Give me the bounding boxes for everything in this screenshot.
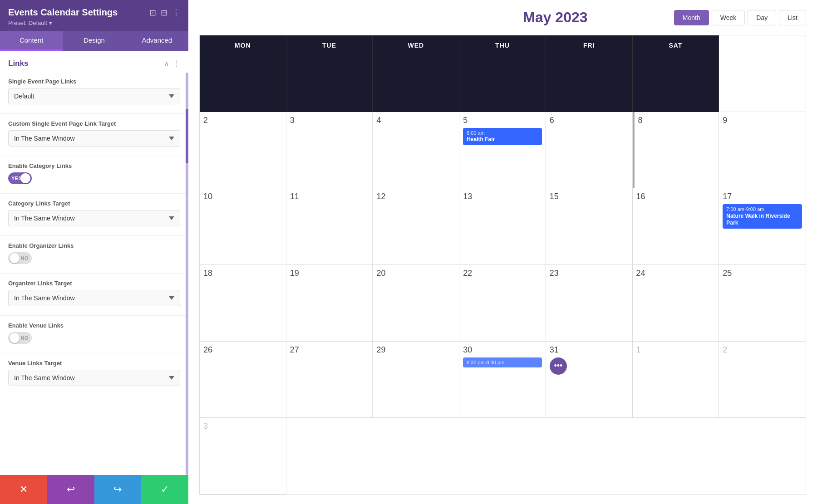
day-number: 2 — [203, 116, 282, 125]
table-row[interactable]: 1 — [633, 342, 719, 418]
table-row[interactable]: 16 — [633, 188, 719, 265]
section-more-icon[interactable]: ⋮ — [173, 59, 180, 68]
table-row[interactable]: 22 — [459, 265, 546, 342]
toggle-off-label-venue: NO — [21, 335, 29, 341]
week-view-button[interactable]: Week — [712, 10, 745, 25]
category-links-target-field: Category Links Target In The Same Window… — [0, 196, 188, 234]
organizer-links-target-select[interactable]: In The Same Window In A New Window — [8, 290, 180, 306]
table-row[interactable]: 2 — [200, 112, 286, 189]
day-number: 15 — [550, 192, 629, 201]
redo-button[interactable]: ↪ — [94, 475, 142, 504]
table-row[interactable]: 12 — [373, 188, 459, 265]
calendar-panel: May 2023 Month Week Day List MON TUE WED… — [188, 0, 817, 504]
table-row[interactable]: 18 — [200, 265, 286, 342]
custom-link-target-field: Custom Single Event Page Link Target In … — [0, 116, 188, 154]
event-time: 7:00 am-9:00 am — [726, 206, 798, 212]
organizer-links-target-field: Organizer Links Target In The Same Windo… — [0, 275, 188, 313]
single-event-links-select[interactable]: Default Custom — [8, 88, 180, 104]
table-row[interactable]: 5 8:00 am Health Fair — [459, 112, 546, 189]
day-number: 20 — [376, 269, 455, 278]
table-row[interactable]: 25 — [719, 265, 806, 342]
single-event-links-field: Single Event Page Links Default Custom — [0, 73, 188, 112]
list-item[interactable]: 6:30 pm-8:30 pm — [463, 357, 542, 367]
table-row[interactable]: 6 — [546, 112, 633, 189]
table-row[interactable]: 31 ••• — [546, 342, 633, 418]
links-section-header: Links ∧ ⋮ — [0, 51, 188, 73]
event-name: Nature Walk in Riverside Park — [726, 213, 798, 227]
month-view-button[interactable]: Month — [674, 10, 709, 25]
panel-header-icons: ⊡ ⊟ ⋮ — [149, 8, 180, 18]
scrollbar[interactable] — [186, 73, 188, 475]
day-number: 5 — [463, 116, 542, 125]
enable-venue-links-toggle-row: NO — [8, 332, 180, 344]
calendar-nav-buttons: Month Week Day List — [674, 10, 806, 25]
layout-icon[interactable]: ⊟ — [161, 8, 167, 18]
day-number: 29 — [376, 345, 455, 355]
more-events-button[interactable]: ••• — [550, 357, 567, 375]
venue-links-target-select[interactable]: In The Same Window In A New Window — [8, 370, 180, 386]
day-number: 10 — [203, 192, 282, 201]
save-button[interactable]: ✓ — [141, 475, 188, 504]
table-row[interactable]: 24 — [633, 265, 719, 342]
day-number: 23 — [550, 269, 629, 278]
collapse-icon[interactable]: ∧ — [164, 59, 169, 68]
toggle-off-label-organizer: NO — [21, 255, 29, 261]
event-time: 6:30 pm-8:30 pm — [467, 359, 538, 366]
more-icon[interactable]: ⋮ — [172, 8, 180, 18]
toggle-knob-organizer — [10, 253, 20, 263]
custom-link-target-select[interactable]: In The Same Window In A New Window — [8, 130, 180, 147]
table-row[interactable]: 3 — [286, 112, 373, 189]
enable-organizer-links-toggle[interactable]: NO — [8, 252, 32, 264]
day-number: 31 — [550, 345, 629, 355]
settings-panel: Events Calendar Settings ⊡ ⊟ ⋮ Preset: D… — [0, 0, 188, 504]
toggle-knob — [20, 173, 30, 183]
table-row[interactable]: 3 — [200, 418, 286, 494]
preset-label[interactable]: Preset: Default ▾ — [8, 20, 180, 26]
header-tue: TUE — [286, 35, 373, 112]
minimize-icon[interactable]: ⊡ — [149, 8, 156, 18]
list-item[interactable]: 7:00 am-9:00 am Nature Walk in Riverside… — [723, 204, 802, 228]
table-row[interactable]: 4 — [373, 112, 459, 189]
panel-body: Links ∧ ⋮ Single Event Page Links Defaul… — [0, 51, 188, 504]
list-item[interactable]: 8:00 am Health Fair — [463, 128, 542, 145]
cancel-button[interactable]: ✕ — [0, 475, 47, 504]
undo-button[interactable]: ↩ — [47, 475, 94, 504]
list-view-button[interactable]: List — [779, 10, 806, 25]
day-number: 24 — [636, 269, 715, 278]
day-number: 22 — [463, 269, 542, 278]
table-row[interactable]: 19 — [286, 265, 373, 342]
table-row[interactable]: 9 — [719, 112, 806, 189]
tab-design[interactable]: Design — [63, 31, 125, 51]
table-row[interactable]: 30 6:30 pm-8:30 pm — [459, 342, 546, 418]
event-time: 8:00 am — [467, 130, 538, 136]
day-number: 9 — [723, 116, 802, 125]
enable-category-links-toggle[interactable]: YES — [8, 172, 32, 184]
day-number: 27 — [290, 345, 369, 355]
table-row[interactable]: 11 — [286, 188, 373, 265]
day-number: 17 — [723, 192, 802, 201]
table-row[interactable]: 23 — [546, 265, 633, 342]
table-row[interactable]: 10 — [200, 188, 286, 265]
calendar-header: May 2023 Month Week Day List — [199, 9, 806, 26]
enable-venue-links-toggle[interactable]: NO — [8, 332, 32, 344]
table-row[interactable]: 27 — [286, 342, 373, 418]
table-row[interactable]: 20 — [373, 265, 459, 342]
table-row[interactable]: 29 — [373, 342, 459, 418]
table-row[interactable]: 8 — [633, 112, 719, 189]
table-row[interactable]: 2 — [719, 342, 806, 418]
table-row[interactable]: 26 — [200, 342, 286, 418]
day-view-button[interactable]: Day — [748, 10, 776, 25]
table-row[interactable]: 17 7:00 am-9:00 am Nature Walk in Rivers… — [719, 188, 806, 265]
table-row[interactable]: 15 — [546, 188, 633, 265]
calendar-title: May 2023 — [437, 9, 674, 26]
category-links-target-label: Category Links Target — [8, 200, 180, 207]
section-actions: ∧ ⋮ — [164, 59, 180, 68]
tab-advanced[interactable]: Advanced — [126, 31, 188, 51]
table-row — [719, 35, 806, 112]
table-row[interactable]: 13 — [459, 188, 546, 265]
day-number: 4 — [376, 116, 455, 125]
tab-content[interactable]: Content — [0, 31, 63, 51]
category-links-target-select[interactable]: In The Same Window In A New Window — [8, 210, 180, 226]
panel-header: Events Calendar Settings ⊡ ⊟ ⋮ Preset: D… — [0, 0, 188, 31]
day-number: 11 — [290, 192, 369, 201]
